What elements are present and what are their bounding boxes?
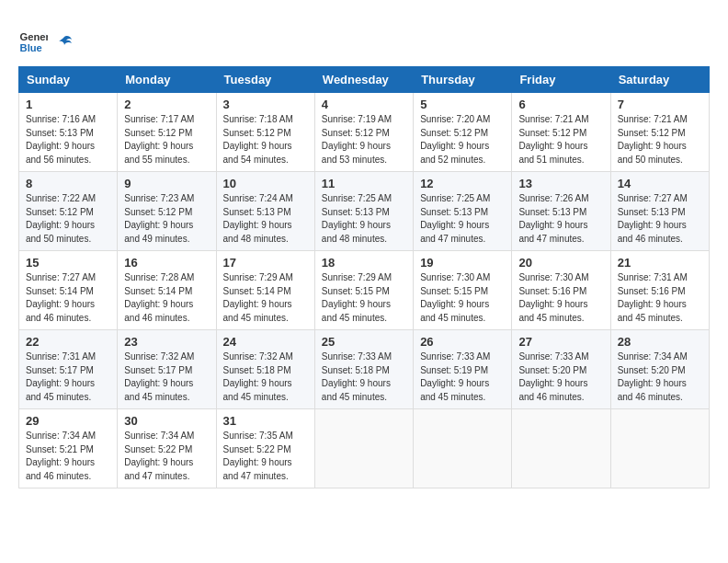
day-info: Sunrise: 7:33 AM Sunset: 5:19 PM Dayligh…: [420, 350, 505, 404]
calendar-day-cell: 30Sunrise: 7:34 AM Sunset: 5:22 PM Dayli…: [118, 409, 216, 488]
day-number: 17: [223, 256, 308, 270]
calendar-day-cell: 24Sunrise: 7:32 AM Sunset: 5:18 PM Dayli…: [216, 330, 314, 409]
day-info: Sunrise: 7:33 AM Sunset: 5:20 PM Dayligh…: [518, 350, 603, 404]
calendar-day-cell: 31Sunrise: 7:35 AM Sunset: 5:22 PM Dayli…: [216, 409, 314, 488]
day-number: 31: [223, 414, 308, 428]
day-number: 7: [618, 98, 702, 111]
day-number: 4: [322, 98, 406, 111]
day-info: Sunrise: 7:32 AM Sunset: 5:18 PM Dayligh…: [223, 350, 308, 404]
day-number: 22: [26, 335, 110, 349]
calendar-day-cell: 28Sunrise: 7:34 AM Sunset: 5:20 PM Dayli…: [610, 330, 709, 409]
day-info: Sunrise: 7:23 AM Sunset: 5:12 PM Dayligh…: [124, 192, 209, 246]
calendar-day-cell: 29Sunrise: 7:34 AM Sunset: 5:21 PM Dayli…: [19, 409, 118, 488]
day-info: Sunrise: 7:30 AM Sunset: 5:15 PM Dayligh…: [420, 271, 505, 325]
day-info: Sunrise: 7:30 AM Sunset: 5:16 PM Dayligh…: [518, 271, 603, 325]
day-info: Sunrise: 7:34 AM Sunset: 5:20 PM Dayligh…: [618, 350, 702, 404]
day-number: 30: [124, 414, 209, 428]
day-number: 9: [124, 177, 209, 190]
day-number: 28: [618, 335, 702, 349]
calendar-day-cell: 21Sunrise: 7:31 AM Sunset: 5:16 PM Dayli…: [610, 251, 709, 330]
day-number: 21: [618, 256, 702, 270]
day-info: Sunrise: 7:35 AM Sunset: 5:22 PM Dayligh…: [223, 430, 308, 483]
calendar-day-cell: 7Sunrise: 7:21 AM Sunset: 5:12 PM Daylig…: [610, 93, 709, 172]
day-info: Sunrise: 7:25 AM Sunset: 5:13 PM Dayligh…: [322, 192, 406, 246]
day-number: 16: [124, 256, 209, 270]
calendar-day-cell: 22Sunrise: 7:31 AM Sunset: 5:17 PM Dayli…: [19, 330, 118, 409]
calendar-day-cell: 20Sunrise: 7:30 AM Sunset: 5:16 PM Dayli…: [512, 251, 610, 330]
day-info: Sunrise: 7:20 AM Sunset: 5:12 PM Dayligh…: [420, 113, 505, 167]
day-number: 10: [223, 177, 308, 190]
calendar-day-cell: 5Sunrise: 7:20 AM Sunset: 5:12 PM Daylig…: [414, 93, 512, 172]
calendar-day-cell: 27Sunrise: 7:33 AM Sunset: 5:20 PM Dayli…: [512, 330, 610, 409]
day-info: Sunrise: 7:17 AM Sunset: 5:12 PM Dayligh…: [124, 113, 209, 167]
day-number: 5: [420, 98, 505, 111]
calendar-day-cell: 16Sunrise: 7:28 AM Sunset: 5:14 PM Dayli…: [118, 251, 216, 330]
calendar-week-row: 1Sunrise: 7:16 AM Sunset: 5:13 PM Daylig…: [19, 93, 710, 172]
calendar-day-cell: 17Sunrise: 7:29 AM Sunset: 5:14 PM Dayli…: [216, 251, 314, 330]
day-number: 25: [322, 335, 406, 349]
day-info: Sunrise: 7:22 AM Sunset: 5:12 PM Dayligh…: [26, 192, 110, 246]
empty-day-cell: [512, 409, 610, 488]
day-number: 2: [124, 98, 209, 111]
logo-bird-icon: [55, 33, 74, 52]
day-info: Sunrise: 7:19 AM Sunset: 5:12 PM Dayligh…: [322, 113, 406, 167]
calendar-day-cell: 2Sunrise: 7:17 AM Sunset: 5:12 PM Daylig…: [118, 93, 216, 172]
day-info: Sunrise: 7:21 AM Sunset: 5:12 PM Dayligh…: [618, 113, 702, 167]
calendar-table: SundayMondayTuesdayWednesdayThursdayFrid…: [18, 66, 710, 488]
logo: General Blue: [18, 28, 74, 57]
day-number: 23: [124, 335, 209, 349]
calendar-day-cell: 26Sunrise: 7:33 AM Sunset: 5:19 PM Dayli…: [414, 330, 512, 409]
calendar-day-cell: 4Sunrise: 7:19 AM Sunset: 5:12 PM Daylig…: [314, 93, 413, 172]
calendar-day-cell: 25Sunrise: 7:33 AM Sunset: 5:18 PM Dayli…: [314, 330, 413, 409]
svg-text:General: General: [20, 31, 48, 42]
day-info: Sunrise: 7:34 AM Sunset: 5:22 PM Dayligh…: [124, 430, 209, 483]
empty-day-cell: [414, 409, 512, 488]
calendar-day-cell: 15Sunrise: 7:27 AM Sunset: 5:14 PM Dayli…: [19, 251, 118, 330]
day-number: 15: [26, 256, 110, 270]
day-info: Sunrise: 7:33 AM Sunset: 5:18 PM Dayligh…: [322, 350, 406, 404]
day-number: 13: [518, 177, 603, 190]
day-info: Sunrise: 7:29 AM Sunset: 5:15 PM Dayligh…: [322, 271, 406, 325]
day-number: 6: [518, 98, 603, 111]
calendar-week-row: 8Sunrise: 7:22 AM Sunset: 5:12 PM Daylig…: [19, 172, 710, 251]
calendar-day-cell: 3Sunrise: 7:18 AM Sunset: 5:12 PM Daylig…: [216, 93, 314, 172]
day-number: 12: [420, 177, 505, 190]
day-info: Sunrise: 7:31 AM Sunset: 5:17 PM Dayligh…: [26, 350, 110, 404]
logo-icon: General Blue: [18, 28, 48, 57]
day-number: 14: [618, 177, 702, 190]
calendar-header-row: SundayMondayTuesdayWednesdayThursdayFrid…: [19, 67, 710, 93]
day-number: 26: [420, 335, 505, 349]
day-info: Sunrise: 7:26 AM Sunset: 5:13 PM Dayligh…: [518, 192, 603, 246]
day-header-friday: Friday: [512, 67, 610, 93]
day-number: 19: [420, 256, 505, 270]
calendar-day-cell: 8Sunrise: 7:22 AM Sunset: 5:12 PM Daylig…: [19, 172, 118, 251]
empty-day-cell: [610, 409, 709, 488]
calendar-day-cell: 18Sunrise: 7:29 AM Sunset: 5:15 PM Dayli…: [314, 251, 413, 330]
day-info: Sunrise: 7:29 AM Sunset: 5:14 PM Dayligh…: [223, 271, 308, 325]
day-info: Sunrise: 7:31 AM Sunset: 5:16 PM Dayligh…: [618, 271, 702, 325]
day-number: 29: [26, 414, 110, 428]
calendar-day-cell: 14Sunrise: 7:27 AM Sunset: 5:13 PM Dayli…: [610, 172, 709, 251]
calendar-day-cell: 10Sunrise: 7:24 AM Sunset: 5:13 PM Dayli…: [216, 172, 314, 251]
calendar-day-cell: 13Sunrise: 7:26 AM Sunset: 5:13 PM Dayli…: [512, 172, 610, 251]
calendar-day-cell: 11Sunrise: 7:25 AM Sunset: 5:13 PM Dayli…: [314, 172, 413, 251]
day-info: Sunrise: 7:25 AM Sunset: 5:13 PM Dayligh…: [420, 192, 505, 246]
day-number: 11: [322, 177, 406, 190]
day-number: 20: [518, 256, 603, 270]
day-header-thursday: Thursday: [414, 67, 512, 93]
day-info: Sunrise: 7:28 AM Sunset: 5:14 PM Dayligh…: [124, 271, 209, 325]
page-header: General Blue: [18, 28, 710, 57]
day-number: 18: [322, 256, 406, 270]
day-info: Sunrise: 7:21 AM Sunset: 5:12 PM Dayligh…: [518, 113, 603, 167]
calendar-week-row: 29Sunrise: 7:34 AM Sunset: 5:21 PM Dayli…: [19, 409, 710, 488]
day-info: Sunrise: 7:24 AM Sunset: 5:13 PM Dayligh…: [223, 192, 308, 246]
day-header-monday: Monday: [118, 67, 216, 93]
day-info: Sunrise: 7:16 AM Sunset: 5:13 PM Dayligh…: [26, 113, 110, 167]
day-number: 24: [223, 335, 308, 349]
day-number: 8: [26, 177, 110, 190]
day-number: 1: [26, 98, 110, 111]
day-info: Sunrise: 7:34 AM Sunset: 5:21 PM Dayligh…: [26, 430, 110, 483]
day-number: 27: [518, 335, 603, 349]
day-header-sunday: Sunday: [19, 67, 118, 93]
day-number: 3: [223, 98, 308, 111]
